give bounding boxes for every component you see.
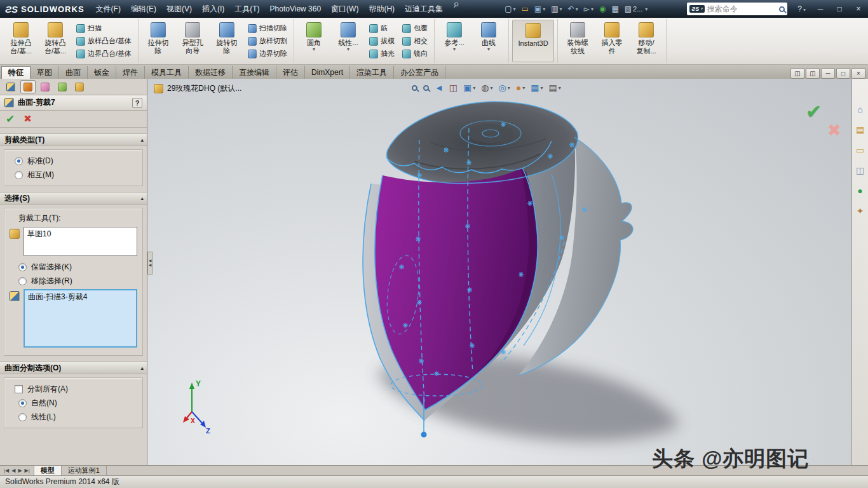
selections-section-header[interactable]: 选择(S) ▴: [0, 192, 147, 205]
display-style-button[interactable]: ◍: [481, 83, 492, 92]
trim-tool-selection-box[interactable]: 草图10: [24, 227, 137, 256]
model-tab[interactable]: 模型: [34, 466, 62, 475]
extrude-boss-button[interactable]: 拉伸凸 台/基...: [4, 20, 37, 62]
open-button[interactable]: ▭: [520, 4, 531, 14]
menu-tools[interactable]: 工具(T): [229, 0, 264, 18]
minimize-button[interactable]: ─: [811, 0, 830, 18]
last-tab-button[interactable]: ▶|: [25, 468, 30, 473]
help-button[interactable]: ?: [792, 4, 811, 13]
cosmetic-thread-button[interactable]: 装饰螺 纹线: [561, 20, 594, 62]
swept-boss-button[interactable]: 扫描: [74, 22, 133, 34]
lofted-boss-button[interactable]: 放样凸台/基体: [74, 35, 133, 47]
search-icon[interactable]: [779, 6, 785, 12]
pm-cancel-button[interactable]: ✖: [24, 113, 32, 125]
panel-splitter-handle[interactable]: ◀◀: [147, 252, 153, 274]
swept-cut-button[interactable]: 扫描切除: [246, 22, 289, 34]
close-button[interactable]: ×: [849, 0, 868, 18]
tab-sketch[interactable]: 草图: [31, 66, 59, 79]
property-manager-tab[interactable]: [20, 80, 36, 93]
trim-type-section-header[interactable]: 剪裁类型(T) ▴: [0, 133, 147, 146]
pm-ok-button[interactable]: ✔: [6, 112, 15, 126]
mirror-button[interactable]: 镜向: [400, 48, 430, 60]
doc-close-button[interactable]: ×: [851, 68, 865, 79]
configuration-manager-tab[interactable]: [37, 80, 53, 93]
menu-file[interactable]: 文件(F): [91, 0, 126, 18]
hole-wizard-button[interactable]: 异型孔 向导: [176, 20, 209, 62]
print-button[interactable]: ▥: [549, 4, 564, 14]
tab-features[interactable]: 特征: [1, 66, 31, 79]
split-all-checkbox-row[interactable]: 分割所有(A): [10, 382, 137, 396]
appearances-scenes-icon[interactable]: ●: [857, 186, 862, 196]
menu-insert[interactable]: 插入(I): [197, 0, 229, 18]
hide-show-items-button[interactable]: ◎: [499, 83, 510, 92]
tab-sheet-metal[interactable]: 钣金: [88, 66, 116, 79]
tab-office-products[interactable]: 办公室产品: [394, 66, 445, 79]
graphics-viewport[interactable]: 29玫瑰花DHQ (默认... ◄ ◫ ▣ ◍ ◎ ● ▦ ▤ ✔ ✖ ◀◀ Y…: [147, 79, 851, 465]
doc-restore-button[interactable]: □: [836, 68, 850, 79]
shell-button[interactable]: 抽壳: [367, 48, 397, 60]
undo-button[interactable]: ↶: [566, 4, 580, 14]
custom-properties-icon[interactable]: ✦: [857, 206, 864, 216]
motion-study-tab[interactable]: 运动算例1: [62, 466, 107, 475]
fillet-button[interactable]: 圆角: [297, 20, 330, 62]
linear-radio[interactable]: 线性(L): [10, 410, 137, 424]
pm-help-button[interactable]: ?: [132, 98, 142, 108]
display-manager-tab[interactable]: [72, 80, 87, 93]
search-input[interactable]: 搜索命令: [707, 4, 776, 15]
draft-button[interactable]: 拔模: [367, 35, 397, 47]
revolve-boss-button[interactable]: 旋转凸 台/基...: [39, 20, 72, 62]
menu-help[interactable]: 帮助(H): [363, 0, 400, 18]
viewport-split-left-button[interactable]: ◫: [790, 68, 804, 79]
sketch-endpoint[interactable]: [421, 432, 427, 438]
edit-appearance-button[interactable]: ●: [516, 83, 525, 92]
view-orientation-button[interactable]: ▣: [463, 83, 475, 92]
menu-maidi-tools[interactable]: 迈迪工具集: [400, 0, 448, 18]
section-view-button[interactable]: ◫: [449, 83, 458, 92]
first-tab-button[interactable]: |◀: [4, 468, 9, 473]
view-palette-icon[interactable]: ◫: [856, 165, 864, 175]
zoom-fit-button[interactable]: [412, 85, 417, 91]
trim-mutual-radio[interactable]: 相互(M): [10, 168, 137, 182]
reference-geometry-button[interactable]: 参考...: [438, 20, 471, 62]
tab-dimxpert[interactable]: DimXpert: [305, 66, 350, 79]
prev-tab-button[interactable]: ◀: [11, 468, 15, 473]
next-tab-button[interactable]: ▶: [18, 468, 22, 473]
pieces-to-keep-list[interactable]: 曲面-扫描3-剪裁4: [24, 289, 137, 348]
file-explorer-icon[interactable]: ▭: [856, 145, 864, 155]
previous-view-button[interactable]: ◄: [435, 83, 444, 92]
remove-selections-radio[interactable]: 移除选择(R): [10, 274, 137, 288]
split-options-section-header[interactable]: 曲面分割选项(O) ▴: [0, 362, 147, 374]
feature-manager-tab[interactable]: [3, 80, 18, 93]
view-settings-button[interactable]: ▤: [549, 83, 561, 92]
boundary-boss-button[interactable]: 边界凸台/基体: [74, 48, 133, 60]
natural-radio[interactable]: 自然(N): [10, 396, 137, 410]
search-scope-badge[interactable]: ƧS: [689, 5, 705, 13]
restore-button[interactable]: □: [830, 0, 849, 18]
design-library-icon[interactable]: ▤: [856, 125, 864, 135]
curves-button[interactable]: 曲线: [472, 20, 505, 62]
tab-data-migration[interactable]: 数据迁移: [189, 66, 233, 79]
command-search[interactable]: ƧS 搜索命令: [687, 3, 787, 15]
extrude-cut-button[interactable]: 拉伸切 除: [142, 20, 175, 62]
menu-photoview[interactable]: PhotoView 360: [265, 0, 327, 18]
menu-window[interactable]: 窗口(W): [326, 0, 363, 18]
insert-part-button[interactable]: 插入零 件: [595, 20, 628, 62]
doc-minimize-button[interactable]: ─: [821, 68, 835, 79]
zoom-area-button[interactable]: [423, 85, 429, 91]
wrap-button[interactable]: 包覆: [400, 22, 430, 34]
save-button[interactable]: ▣: [532, 4, 547, 14]
rebuild-button[interactable]: ◉: [597, 4, 607, 14]
rose-model[interactable]: [147, 79, 851, 465]
rib-button[interactable]: 筋: [367, 22, 397, 34]
trim-standard-radio[interactable]: 标准(D): [10, 154, 137, 168]
select-button[interactable]: ▻: [582, 4, 595, 14]
tab-mold-tools[interactable]: 模具工具: [145, 66, 189, 79]
tab-evaluate[interactable]: 评估: [276, 66, 305, 79]
lofted-cut-button[interactable]: 放样切割: [246, 35, 289, 47]
tab-surfaces[interactable]: 曲面: [59, 66, 88, 79]
tab-render-tools[interactable]: 渲染工具: [350, 66, 394, 79]
instant3d-button[interactable]: Instant3D: [512, 20, 554, 62]
options-button[interactable]: ▧2...: [623, 4, 650, 14]
intersect-button[interactable]: 相交: [400, 35, 430, 47]
home-icon[interactable]: ⌂: [857, 104, 862, 114]
